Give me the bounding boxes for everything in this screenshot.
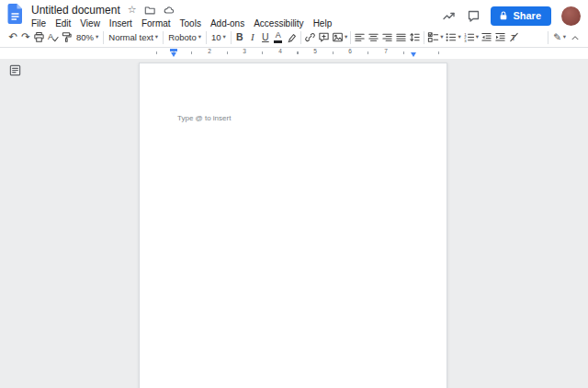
decrease-indent-button[interactable] [480, 29, 493, 46]
menu-tools[interactable]: Tools [175, 17, 206, 29]
align-justify-button[interactable] [394, 29, 408, 46]
checklist-icon [427, 31, 439, 43]
toolbar: ↶ ↷ A 80% ▾ Normal text ▾ Roboto ▾ 10 ▾ … [0, 28, 588, 48]
move-folder-icon[interactable] [144, 5, 155, 16]
editing-mode-select[interactable]: ✎ ▾ [550, 29, 569, 46]
zoom-select[interactable]: 80% ▾ [74, 29, 101, 46]
cloud-status-icon[interactable] [163, 5, 175, 16]
pencil-icon: ✎ [553, 32, 561, 42]
first-line-indent-marker[interactable] [170, 49, 177, 51]
toolbar-separator [103, 31, 104, 44]
toolbar-separator [350, 31, 351, 44]
spellcheck-icon: A [47, 31, 59, 43]
left-indent-marker[interactable] [171, 52, 176, 57]
menu-help[interactable]: Help [309, 17, 337, 29]
menu-view[interactable]: View [75, 17, 105, 29]
chevron-down-icon: ▾ [345, 34, 347, 40]
checklist-button[interactable]: ▾ [426, 29, 444, 46]
chevron-down-icon: ▾ [440, 34, 443, 40]
text-color-icon: A [274, 31, 282, 43]
italic-icon: I [251, 32, 254, 42]
bulleted-list-icon [445, 31, 457, 43]
spellcheck-button[interactable]: A [46, 29, 60, 46]
line-spacing-icon [409, 31, 421, 43]
right-indent-marker[interactable] [411, 52, 416, 57]
undo-button[interactable]: ↶ [6, 29, 19, 46]
menu-accessibility[interactable]: Accessibility [249, 17, 308, 29]
align-right-icon [381, 31, 393, 43]
lock-icon [499, 10, 508, 21]
highlight-button[interactable] [285, 29, 299, 46]
menu-bar: File Edit View Insert Format Tools Add-o… [27, 17, 442, 29]
document-title[interactable]: Untitled document [31, 4, 120, 17]
styles-select[interactable]: Normal text ▾ [106, 29, 161, 46]
ruler: 1 2 3 4 5 6 7 [0, 48, 588, 58]
increase-indent-icon [494, 31, 506, 43]
text-color-button[interactable]: A [272, 29, 285, 46]
font-select[interactable]: Roboto ▾ [165, 29, 204, 46]
line-spacing-button[interactable] [408, 29, 422, 46]
editor-canvas: Type @ to insert [0, 59, 588, 388]
activity-dashboard-icon[interactable] [442, 8, 457, 23]
align-right-button[interactable] [380, 29, 394, 46]
bulleted-list-button[interactable]: ▾ [444, 29, 461, 46]
italic-button[interactable]: I [246, 29, 259, 46]
ruler-number: 5 [313, 49, 317, 55]
print-icon [33, 31, 45, 43]
align-justify-icon [395, 31, 407, 43]
menu-file[interactable]: File [27, 17, 51, 29]
chevron-down-icon: ▾ [155, 34, 158, 40]
share-button[interactable]: Share [491, 6, 551, 26]
menu-edit[interactable]: Edit [51, 17, 75, 29]
numbered-list-icon: 123 [463, 31, 475, 43]
chevron-down-icon: ▾ [563, 34, 566, 40]
insert-image-button[interactable]: ▾ [331, 29, 348, 46]
comment-history-icon[interactable] [467, 9, 481, 23]
align-center-icon [368, 31, 379, 43]
align-left-button[interactable] [353, 29, 367, 46]
docs-logo-icon [7, 4, 23, 24]
svg-text:A: A [48, 32, 54, 41]
align-center-button[interactable] [367, 29, 380, 46]
font-size-value: 10 [211, 32, 221, 42]
redo-button[interactable]: ↷ [19, 29, 32, 46]
toolbar-separator [231, 31, 232, 44]
title-area: Untitled document ☆ File Edit View Inser… [31, 3, 442, 28]
increase-indent-button[interactable] [493, 29, 507, 46]
header: Untitled document ☆ File Edit View Inser… [0, 0, 588, 28]
chevron-down-icon: ▾ [96, 34, 98, 40]
numbered-list-button[interactable]: 123 ▾ [462, 29, 480, 46]
menu-format[interactable]: Format [137, 17, 175, 29]
undo-icon: ↶ [8, 32, 17, 43]
toolbar-separator [163, 31, 164, 44]
menu-insert[interactable]: Insert [105, 17, 137, 29]
add-comment-icon [318, 31, 330, 43]
collapse-toolbar-button[interactable] [569, 29, 582, 46]
ruler-number: 3 [243, 49, 246, 55]
redo-icon: ↷ [21, 32, 30, 43]
menu-addons[interactable]: Add-ons [206, 17, 249, 29]
add-comment-button[interactable] [317, 29, 331, 46]
chevron-down-icon: ▾ [223, 34, 226, 40]
docs-logo[interactable] [7, 3, 24, 28]
bold-icon: B [236, 32, 243, 42]
star-icon[interactable]: ☆ [128, 5, 137, 15]
insert-link-button[interactable] [303, 29, 317, 46]
document-outline-button[interactable] [7, 63, 23, 78]
align-left-icon [354, 31, 366, 43]
toolbar-right: ✎ ▾ [546, 29, 582, 46]
clear-formatting-button[interactable]: T [507, 29, 521, 46]
print-button[interactable] [32, 29, 46, 46]
document-page[interactable]: Type @ to insert [139, 63, 447, 388]
ruler-number: 6 [348, 49, 352, 55]
insert-placeholder-text: Type @ to insert [177, 114, 231, 122]
font-size-select[interactable]: 10 ▾ [209, 29, 229, 46]
chevron-up-icon [570, 32, 581, 43]
paint-format-button[interactable] [60, 29, 74, 46]
svg-text:3: 3 [464, 39, 467, 43]
ruler-number: 2 [208, 49, 211, 55]
avatar[interactable] [561, 6, 581, 26]
underline-button[interactable]: U [259, 29, 272, 46]
bold-button[interactable]: B [233, 29, 246, 46]
ruler-number: 4 [278, 49, 282, 55]
